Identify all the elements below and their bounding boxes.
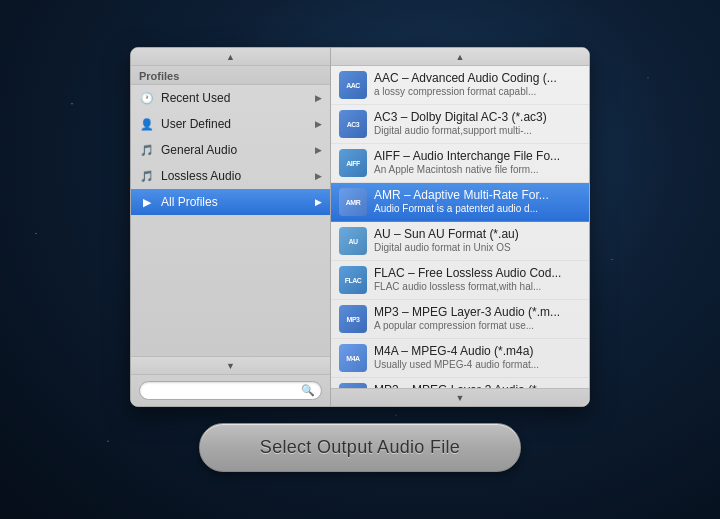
format-desc: A popular compression format use... (374, 320, 581, 331)
format-desc: An Apple Macintosh native file form... (374, 164, 581, 175)
arrow-icon: ▶ (315, 197, 322, 207)
browser-panel: ▲ Profiles 🕐 Recent Used ▶ 👤 User Define… (130, 47, 590, 407)
format-text: M4A – MPEG-4 Audio (*.m4a) Usually used … (374, 344, 581, 370)
format-desc: Audio Format is a patented audio d... (374, 203, 581, 214)
right-panel: ▲ AAC AAC – Advanced Audio Coding (... a… (331, 48, 589, 406)
arrow-icon: ▶ (315, 119, 322, 129)
format-text: AAC – Advanced Audio Coding (... a lossy… (374, 71, 581, 97)
sidebar-item-all-profiles[interactable]: ▶ All Profiles ▶ (131, 189, 330, 215)
format-text: AMR – Adaptive Multi-Rate For... Audio F… (374, 188, 581, 214)
sidebar-item-lossless-audio[interactable]: 🎵 Lossless Audio ▶ (131, 163, 330, 189)
format-item-aiff[interactable]: AIFF AIFF – Audio Interchange File Fo...… (331, 144, 589, 183)
arrow-icon: ▶ (315, 93, 322, 103)
format-desc: Digital audio format in Unix OS (374, 242, 581, 253)
right-scroll-up[interactable]: ▲ (331, 48, 589, 66)
format-title: M4A – MPEG-4 Audio (*.m4a) (374, 344, 581, 358)
profiles-section-label: Profiles (131, 66, 330, 85)
format-item-amr[interactable]: AMR AMR – Adaptive Multi-Rate For... Aud… (331, 183, 589, 222)
format-desc: FLAC audio lossless format,with hal... (374, 281, 581, 292)
main-container: ▲ Profiles 🕐 Recent Used ▶ 👤 User Define… (130, 47, 590, 472)
right-items-list: AAC AAC – Advanced Audio Coding (... a l… (331, 66, 589, 388)
arrow-icon: ▶ (315, 171, 322, 181)
format-item-au[interactable]: AU AU – Sun AU Format (*.au) Digital aud… (331, 222, 589, 261)
format-title: AAC – Advanced Audio Coding (... (374, 71, 581, 85)
format-item-flac[interactable]: FLAC FLAC – Free Lossless Audio Cod... F… (331, 261, 589, 300)
format-text: AC3 – Dolby Digital AC-3 (*.ac3) Digital… (374, 110, 581, 136)
au-icon: AU (339, 227, 367, 255)
sidebar-item-general-audio[interactable]: 🎵 General Audio ▶ (131, 137, 330, 163)
aac-icon: AAC (339, 71, 367, 99)
mp3-icon: MP3 (339, 305, 367, 333)
format-desc: a lossy compression format capabl... (374, 86, 581, 97)
format-text: FLAC – Free Lossless Audio Cod... FLAC a… (374, 266, 581, 292)
left-scroll-up[interactable]: ▲ (131, 48, 330, 66)
arrow-icon: ▶ (315, 145, 322, 155)
format-title: FLAC – Free Lossless Audio Cod... (374, 266, 581, 280)
format-item-ac3[interactable]: AC3 AC3 – Dolby Digital AC-3 (*.ac3) Dig… (331, 105, 589, 144)
sidebar-item-user-defined[interactable]: 👤 User Defined ▶ (131, 111, 330, 137)
sidebar-item-label: General Audio (161, 143, 315, 157)
format-title: AU – Sun AU Format (*.au) (374, 227, 581, 241)
left-items-list: Profiles 🕐 Recent Used ▶ 👤 User Defined … (131, 66, 330, 356)
general-icon: 🎵 (139, 142, 155, 158)
browser-top: ▲ Profiles 🕐 Recent Used ▶ 👤 User Define… (131, 48, 589, 406)
all-icon: ▶ (139, 194, 155, 210)
left-panel: ▲ Profiles 🕐 Recent Used ▶ 👤 User Define… (131, 48, 331, 406)
right-scroll-down[interactable]: ▼ (331, 388, 589, 406)
sidebar-item-label: Lossless Audio (161, 169, 315, 183)
m4a-icon: M4A (339, 344, 367, 372)
amr-icon: AMR (339, 188, 367, 216)
format-text: AIFF – Audio Interchange File Fo... An A… (374, 149, 581, 175)
format-title: AMR – Adaptive Multi-Rate For... (374, 188, 581, 202)
search-input[interactable] (146, 385, 301, 397)
select-output-button[interactable]: Select Output Audio File (199, 423, 521, 472)
sidebar-item-label: All Profiles (161, 195, 315, 209)
aiff-icon: AIFF (339, 149, 367, 177)
format-text: MP3 – MPEG Layer-3 Audio (*.m... A popul… (374, 305, 581, 331)
ac3-icon: AC3 (339, 110, 367, 138)
search-bar: 🔍 (131, 374, 330, 406)
recent-icon: 🕐 (139, 90, 155, 106)
format-item-mp3[interactable]: MP3 MP3 – MPEG Layer-3 Audio (*.m... A p… (331, 300, 589, 339)
search-input-wrap: 🔍 (139, 381, 322, 400)
user-icon: 👤 (139, 116, 155, 132)
lossless-icon: 🎵 (139, 168, 155, 184)
format-item-aac[interactable]: AAC AAC – Advanced Audio Coding (... a l… (331, 66, 589, 105)
format-desc: Digital audio format,support multi-... (374, 125, 581, 136)
sidebar-item-recent-used[interactable]: 🕐 Recent Used ▶ (131, 85, 330, 111)
format-title: AC3 – Dolby Digital AC-3 (*.ac3) (374, 110, 581, 124)
format-desc: Usually used MPEG-4 audio format... (374, 359, 581, 370)
format-text: AU – Sun AU Format (*.au) Digital audio … (374, 227, 581, 253)
sidebar-item-label: User Defined (161, 117, 315, 131)
format-item-mp3b[interactable]: MP3 MP3 – MPEG Layer-3 Audio (*... (331, 378, 589, 388)
format-title: AIFF – Audio Interchange File Fo... (374, 149, 581, 163)
search-icon: 🔍 (301, 384, 315, 397)
format-item-m4a[interactable]: M4A M4A – MPEG-4 Audio (*.m4a) Usually u… (331, 339, 589, 378)
sidebar-item-label: Recent Used (161, 91, 315, 105)
left-scroll-down[interactable]: ▼ (131, 356, 330, 374)
flac-icon: FLAC (339, 266, 367, 294)
format-title: MP3 – MPEG Layer-3 Audio (*.m... (374, 305, 581, 319)
